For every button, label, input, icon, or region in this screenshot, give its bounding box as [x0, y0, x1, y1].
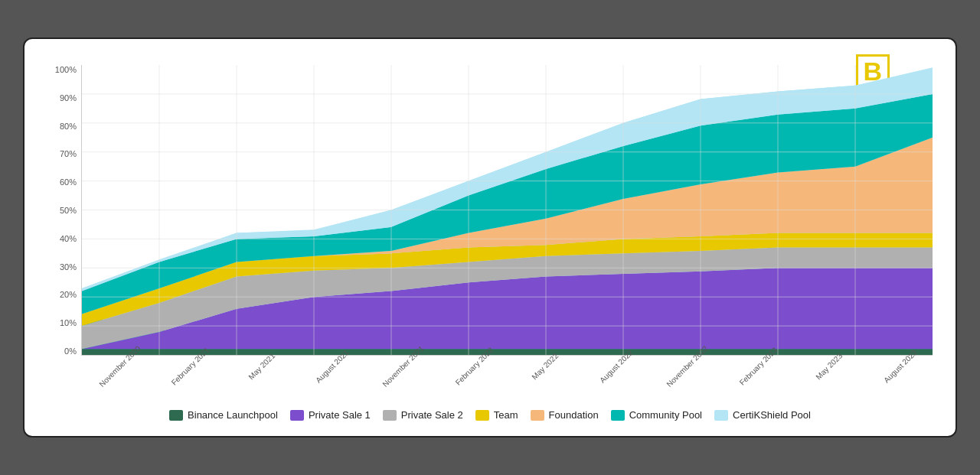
- y-axis-label: 80%: [47, 122, 77, 131]
- legend-item: Foundation: [531, 409, 599, 421]
- legend-swatch: [714, 410, 728, 421]
- x-axis: November 2020February 2021May 2021August…: [81, 359, 933, 397]
- legend-item: Team: [475, 409, 518, 421]
- y-axis-label: 40%: [47, 234, 77, 243]
- chart-container: [81, 65, 933, 356]
- legend-swatch: [290, 410, 304, 421]
- x-axis-label-wrap: August 2023: [861, 359, 933, 397]
- y-axis-label: 0%: [47, 346, 77, 356]
- x-axis-label: August 2021: [314, 348, 368, 402]
- area-chart-svg: [82, 65, 933, 355]
- y-axis-label: 20%: [47, 290, 77, 299]
- x-axis-label: August 2023: [882, 348, 936, 402]
- x-axis-label: May 2023: [815, 351, 862, 399]
- y-axis-label: 70%: [47, 149, 77, 158]
- x-axis-label-wrap: November 2020: [81, 359, 152, 397]
- chart-area: 0%10%20%30%40%50%60%70%80%90%100%: [47, 65, 933, 356]
- y-axis: 0%10%20%30%40%50%60%70%80%90%100%: [47, 65, 81, 356]
- legend-label: Private Sale 1: [309, 409, 371, 421]
- legend-swatch: [383, 410, 397, 421]
- x-axis-label-wrap: August 2021: [294, 359, 365, 397]
- legend-label: Foundation: [549, 409, 599, 421]
- x-axis-label-wrap: November 2021: [365, 359, 436, 397]
- legend-label: CertiKShield Pool: [733, 409, 811, 421]
- x-axis-label-wrap: May 2022: [507, 359, 578, 397]
- y-axis-label: 10%: [47, 318, 77, 327]
- legend-item: Private Sale 2: [383, 409, 463, 421]
- y-axis-label: 30%: [47, 262, 77, 272]
- legend-label: Binance Launchpool: [188, 409, 278, 421]
- x-axis-label-wrap: November 2022: [648, 359, 720, 397]
- y-axis-label: 50%: [47, 206, 77, 215]
- y-axis-label: 60%: [47, 177, 77, 187]
- y-axis-label: 100%: [47, 65, 77, 74]
- legend-label: Private Sale 2: [401, 409, 463, 421]
- x-axis-label-wrap: August 2022: [578, 359, 649, 397]
- x-axis-label-wrap: February 2022: [436, 359, 507, 397]
- legend-label: Community Pool: [629, 409, 702, 421]
- x-axis-label-wrap: February 2023: [720, 359, 791, 397]
- x-axis-label: May 2022: [531, 351, 578, 399]
- legend-swatch: [531, 410, 544, 421]
- legend-item: Private Sale 1: [290, 409, 371, 421]
- chart-card: B 0%10%20%30%40%50%60%70%80%90%100%: [23, 37, 957, 438]
- x-axis-label-wrap: February 2021: [152, 359, 224, 397]
- y-axis-label: 90%: [47, 93, 77, 102]
- legend-item: Community Pool: [611, 409, 702, 421]
- x-axis-label: May 2021: [247, 351, 294, 399]
- x-axis-label: August 2022: [598, 348, 652, 402]
- x-axis-label-wrap: May 2023: [791, 359, 862, 397]
- legend: Binance LaunchpoolPrivate Sale 1Private …: [47, 403, 933, 421]
- legend-label: Team: [494, 409, 518, 421]
- legend-item: Binance Launchpool: [169, 409, 278, 421]
- legend-swatch: [169, 410, 183, 421]
- legend-swatch: [611, 410, 625, 421]
- legend-swatch: [475, 410, 489, 421]
- legend-item: CertiKShield Pool: [714, 409, 811, 421]
- x-axis-label-wrap: May 2021: [223, 359, 294, 397]
